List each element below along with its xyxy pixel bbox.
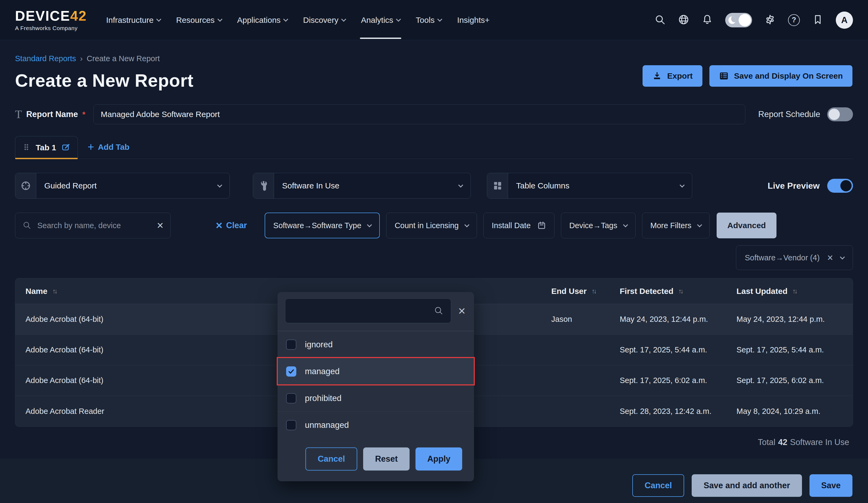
filter-software-vendor-chip[interactable]: Software→Vendor (4) × [736,245,853,270]
checkbox-unchecked[interactable] [286,393,296,403]
columns-value: Table Columns [516,181,569,190]
chevron-down-icon [367,222,372,227]
save-button[interactable]: Save [809,474,852,497]
checkbox-unchecked[interactable] [286,340,296,350]
filter-device-tags[interactable]: Device→Tags [561,213,636,238]
column-header-end-user[interactable]: End User↑↓ [551,287,620,296]
filter-row: × × Clear Software→Software Type Count i… [15,213,853,238]
tab-1[interactable]: Tab 1 [15,136,78,158]
sort-icon: ↑↓ [591,287,596,295]
filter-install-date[interactable]: Install Date [483,213,555,238]
brand-42: 42 [70,8,87,24]
main-nav: Infrastructure Resources Applications Di… [106,0,489,40]
report-schedule-toggle[interactable] [827,107,853,121]
filter-count-in-licensing[interactable]: Count in Licensing [386,213,477,238]
theme-toggle[interactable] [725,13,752,27]
advanced-button[interactable]: Advanced [717,213,776,238]
notifications-bell-icon[interactable] [702,14,713,26]
breadcrumb-standard-reports[interactable]: Standard Reports [15,54,76,63]
column-header-last-updated[interactable]: Last Updated↑↓ [736,287,843,296]
top-bar: DEVICE42 A Freshworks Company Infrastruc… [0,0,868,40]
column-header-first-detected[interactable]: First Detected↑↓ [620,287,736,296]
report-name-input[interactable] [93,104,745,124]
report-name-row: T Report Name * Report Schedule [15,104,853,124]
theme-toggle-knob [738,14,751,26]
report-name-label: T Report Name * [15,108,85,121]
download-icon [652,71,662,81]
chevron-down-icon [623,222,628,227]
dropdown-cancel-button[interactable]: Cancel [306,448,358,471]
report-schedule: Report Schedule [758,107,853,121]
nav-infrastructure[interactable]: Infrastructure [106,0,161,40]
object-value: Software In Use [282,181,339,190]
dropdown-reset-button[interactable]: Reset [363,448,409,471]
nav-analytics[interactable]: Analytics [361,0,400,40]
top-icons: ? A [654,12,853,29]
save-and-add-another-button[interactable]: Save and add another [692,474,802,497]
dropdown-search-input[interactable] [292,307,434,315]
nav-tools[interactable]: Tools [416,0,442,40]
drag-handle-icon[interactable] [22,143,30,152]
edit-tab-icon[interactable] [61,143,71,153]
report-type-select[interactable]: Guided Report [15,173,230,199]
table-icon [719,71,729,81]
device42-logo[interactable]: DEVICE42 A Freshworks Company [15,9,87,31]
chevron-down-icon [283,17,288,21]
chevron-down-icon [437,17,442,21]
breadcrumb-separator: › [80,54,83,63]
settings-gear-icon[interactable] [764,14,776,26]
cancel-button[interactable]: Cancel [632,474,684,497]
option-ignored[interactable]: ignored [278,331,474,358]
chevron-down-icon [464,222,469,227]
search-icon[interactable] [654,14,665,26]
live-preview-toggle[interactable] [827,179,853,193]
dropdown-search-box [285,298,451,323]
software-type-dropdown-panel: × ignored managed prohibited unmanaged C… [278,292,474,481]
chevron-down-icon [341,17,346,21]
nav-insights-plus[interactable]: Insights+ [457,0,489,40]
selector-row: Guided Report Software In Use Table Colu… [15,173,853,199]
brand-name: DEVICE42 [15,9,87,23]
object-select[interactable]: Software In Use [253,173,471,199]
option-unmanaged[interactable]: unmanaged [278,411,474,438]
moon-icon [728,17,736,24]
checkbox-unchecked[interactable] [286,420,296,430]
avatar[interactable]: A [836,12,853,29]
search-icon [434,306,444,316]
search-input[interactable] [37,221,151,230]
applied-filters-row: Software→Vendor (4) × [15,245,853,270]
columns-select[interactable]: Table Columns [487,173,692,199]
nav-applications[interactable]: Applications [237,0,288,40]
breadcrumb: Standard Reports › Create a New Report [15,54,853,63]
calendar-icon [537,221,546,230]
remove-filter-icon[interactable]: × [827,253,833,263]
export-button[interactable]: Export [642,65,702,87]
toggle-knob [828,109,840,120]
dropdown-apply-button[interactable]: Apply [415,448,462,471]
sort-icon: ↑↓ [792,287,796,295]
sort-icon: ↑↓ [52,287,56,295]
nav-discovery[interactable]: Discovery [303,0,345,40]
add-tab-button[interactable]: + Add Tab [87,142,130,153]
toggle-knob [840,180,851,191]
table-columns-icon [487,173,508,198]
bookmark-icon[interactable] [812,14,824,26]
save-and-display-button[interactable]: Save and Display On Screen [709,65,852,87]
sort-icon: ↑↓ [678,287,682,295]
nav-resources[interactable]: Resources [176,0,221,40]
checkbox-checked[interactable] [286,366,296,377]
main-content: Standard Reports › Create a New Report C… [0,54,868,460]
globe-icon[interactable] [678,14,689,26]
option-prohibited[interactable]: prohibited [278,384,474,411]
clear-filters-button[interactable]: × Clear [216,220,247,231]
filter-software-type[interactable]: Software→Software Type [265,213,380,238]
tab-bar: Tab 1 + Add Tab [15,136,853,159]
wrench-icon [253,173,274,198]
filter-more-filters[interactable]: More Filters [642,213,710,238]
chevron-down-icon [217,183,222,187]
option-managed[interactable]: managed [278,358,474,384]
close-dropdown-icon[interactable]: × [458,305,465,317]
report-type-value: Guided Report [44,181,97,190]
help-icon[interactable]: ? [788,14,800,26]
clear-search-icon[interactable]: × [157,220,164,231]
